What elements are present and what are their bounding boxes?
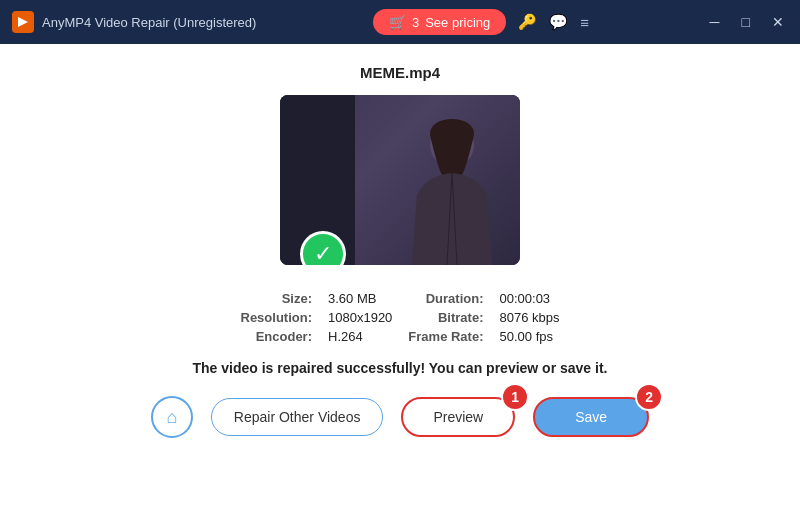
maximize-button[interactable]: □ <box>738 12 754 32</box>
save-button-wrap: Save 2 <box>533 397 649 437</box>
encoder-label: Encoder: <box>241 329 313 344</box>
save-badge: 2 <box>635 383 663 411</box>
file-name: MEME.mp4 <box>360 64 440 81</box>
framerate-label: Frame Rate: <box>408 329 483 344</box>
save-button[interactable]: Save <box>533 397 649 437</box>
bitrate-value: 8076 kbps <box>499 310 559 325</box>
title-bar-center: 🛒 3 See pricing 🔑 💬 ≡ <box>373 9 589 35</box>
preview-badge: 1 <box>501 383 529 411</box>
title-bar-right: ─ □ ✕ <box>706 12 788 32</box>
key-icon[interactable]: 🔑 <box>518 13 537 31</box>
resolution-label: Resolution: <box>241 310 313 325</box>
bitrate-label: Bitrate: <box>408 310 483 325</box>
preview-button[interactable]: Preview <box>401 397 515 437</box>
resolution-value: 1080x1920 <box>328 310 392 325</box>
success-message: The video is repaired successfully! You … <box>193 360 608 376</box>
file-info: Size: 3.60 MB Duration: 00:00:03 Resolut… <box>241 291 560 344</box>
main-content: MEME.mp4 ✓ Size: 3.60 MB Duration: 00:00… <box>0 44 800 527</box>
pricing-badge: 3 <box>412 15 419 30</box>
app-title: AnyMP4 Video Repair (Unregistered) <box>42 15 256 30</box>
badge-1-text: 1 <box>511 389 519 405</box>
home-button[interactable]: ⌂ <box>151 396 193 438</box>
repair-other-label: Repair Other Videos <box>234 409 361 425</box>
duration-label: Duration: <box>408 291 483 306</box>
framerate-value: 50.00 fps <box>499 329 559 344</box>
person-silhouette <box>387 105 517 265</box>
app-logo <box>12 11 34 33</box>
close-button[interactable]: ✕ <box>768 12 788 32</box>
size-label: Size: <box>241 291 313 306</box>
home-icon: ⌂ <box>166 407 177 428</box>
title-bar-left: AnyMP4 Video Repair (Unregistered) <box>12 11 256 33</box>
action-bar: ⌂ Repair Other Videos Preview 1 Save 2 <box>0 396 800 438</box>
svg-marker-0 <box>18 17 28 27</box>
chat-icon[interactable]: 💬 <box>549 13 568 31</box>
preview-label: Preview <box>433 409 483 425</box>
menu-icon[interactable]: ≡ <box>580 14 589 31</box>
cart-icon: 🛒 <box>389 14 406 30</box>
title-bar: AnyMP4 Video Repair (Unregistered) 🛒 3 S… <box>0 0 800 44</box>
duration-value: 00:00:03 <box>499 291 559 306</box>
video-preview: ✓ <box>280 95 520 265</box>
preview-button-wrap: Preview 1 <box>401 397 515 437</box>
pricing-label: See pricing <box>425 15 490 30</box>
success-message-text: The video is repaired successfully! You … <box>193 360 608 376</box>
save-label: Save <box>575 409 607 425</box>
repair-other-button[interactable]: Repair Other Videos <box>211 398 384 436</box>
badge-2-text: 2 <box>645 389 653 405</box>
minimize-button[interactable]: ─ <box>706 12 724 32</box>
pricing-button[interactable]: 🛒 3 See pricing <box>373 9 506 35</box>
check-icon: ✓ <box>314 243 332 265</box>
size-value: 3.60 MB <box>328 291 392 306</box>
encoder-value: H.264 <box>328 329 392 344</box>
